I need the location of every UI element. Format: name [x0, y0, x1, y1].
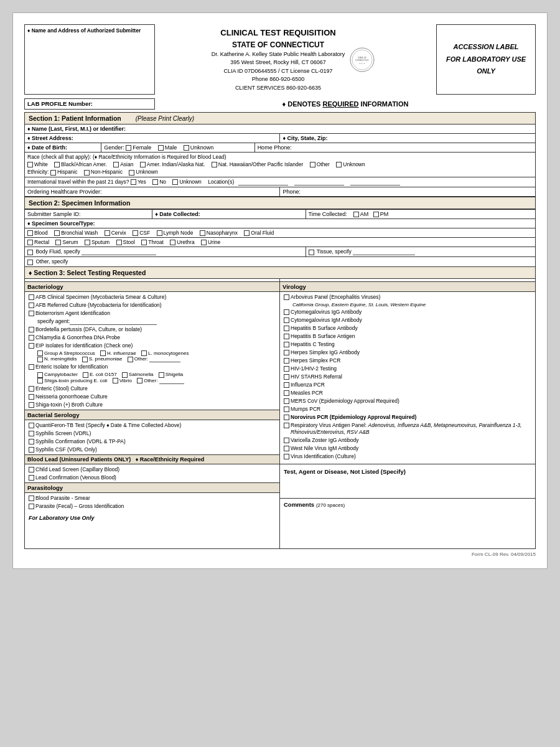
female-cb — [126, 145, 131, 151]
agent-field — [70, 318, 157, 325]
lab-line3: CLIA ID 07D0644555 / CT License CL-0197 — [212, 67, 345, 76]
cols-wrapper: Bacteriology AFB Clinical Specimen (Myco… — [25, 279, 535, 549]
neisseria: Neisseria gonorrhoeae Culture — [29, 393, 276, 400]
lab-line5: CLIENT SERVICES 860-920-6635 — [212, 84, 345, 93]
section3-wrapper: ♦ Section 3: Select Testing Requested Ba… — [24, 267, 536, 550]
svg-text:CONNECTICUT: CONNECTICUT — [355, 59, 369, 62]
body-fluid-cell: Body Fluid, specify — [25, 247, 306, 257]
herpes-pcr: Herpes Simplex PCR — [284, 357, 531, 364]
phone-cell: Phone: — [280, 187, 536, 196]
race-options: White Black/African Amer. Asian Amer. In… — [27, 161, 533, 167]
male-checkbox: Male — [158, 144, 177, 151]
enteric-culture: Enteric (Stool) Culture — [29, 385, 276, 392]
unknown-travel-cb: Unknown — [172, 179, 201, 185]
unknown-cb — [184, 145, 189, 151]
address-row: ♦ Street Address: ♦ City, State, Zip: — [25, 134, 536, 143]
lead-confirm: Lead Confirmation (Venous Blood) — [29, 474, 276, 481]
name-row: ♦ Name (Last, First, M.I.) or Identifier… — [25, 125, 536, 134]
lab-profile-row: LAB PROFILE Number: ♦ DENOTES REQUIRED I… — [24, 98, 536, 110]
other-cell: Other, specify — [25, 257, 536, 266]
bronchial-src: Bronchial Wash — [54, 230, 98, 236]
submitter-label: ♦ Name and Address of Authorized Submitt… — [27, 27, 141, 34]
mers-cov: MERS CoV (Epidemiology Approval Required… — [284, 398, 531, 405]
gender-cell: Gender: Female Male Unknown — [101, 143, 254, 153]
race-cell: Race (check all that apply): (♦ Race/Eth… — [25, 153, 536, 177]
influenza-pcr: Influenza PCR — [284, 382, 531, 388]
race-label: Race (check all that apply): (♦ Race/Eth… — [27, 154, 533, 160]
hep-b-ab: Hepatitis B Surface Antibody — [284, 325, 531, 332]
body-fluid-row: Body Fluid, specify Tissue, specify — [25, 247, 536, 257]
male-cb — [158, 145, 164, 151]
parasite-fecal: Parasite (Fecal) – Gross Identification — [29, 503, 276, 510]
naso-src: Nasopharynx — [200, 230, 238, 236]
shiga-ecoli: Shiga-toxin producing E. coli — [37, 378, 107, 383]
date-collected-cell: ♦ Date Collected: — [152, 209, 306, 218]
eip-isolates: EIP Isolates for Identification (Check o… — [29, 342, 276, 349]
afb-referred: AFB Referred Culture (Mycobacteria for I… — [29, 302, 276, 309]
stool-src: Stool — [116, 239, 135, 245]
syphilis-screen: Syphilis Screen (VDRL) — [29, 430, 276, 437]
white-cb-item: White — [27, 161, 48, 167]
west-nile: West Nile Virus IgM Antibody — [284, 445, 531, 452]
quantiferon: QuantiFeron-TB Test (Specify ♦ Date & Ti… — [29, 422, 276, 429]
norovirus-pcr: Norovirus PCR (Epidemiology Approval Req… — [284, 414, 531, 421]
test-agent-section: Test, Agent or Disease, Not Listed (Spec… — [280, 464, 535, 499]
submitter-address-box: ♦ Name and Address of Authorized Submitt… — [24, 24, 155, 95]
enteric-other: Other: — [137, 378, 184, 384]
svg-text:STATE OF: STATE OF — [358, 57, 366, 59]
enteric-isolate: Enteric Isolate for Identification — [29, 364, 276, 370]
unknown-race-cb-item: Unknown — [336, 161, 365, 167]
group-a-strep: Group A Streptococcus — [37, 350, 95, 356]
black-cb-item: Black/African Amer. — [54, 161, 107, 167]
rectal-src: Rectal — [27, 239, 49, 245]
s-pneumoniae: S. pneumoniae — [82, 356, 123, 362]
enteric-subitems: Campylobacter E. coli O157 Salmonella Sh… — [37, 372, 276, 383]
no-travel-cb: No — [152, 179, 166, 185]
shiga-broth: Shiga-toxin (+) Broth Culture — [29, 402, 276, 408]
urethra-src: Urethra — [170, 239, 194, 245]
location-field1 — [238, 179, 288, 186]
name-label: ♦ Name (Last, First, M.I.) or Identifier… — [25, 125, 536, 134]
dob-label: ♦ Date of Birth: — [25, 143, 101, 153]
source-label-cell: ♦ Specimen Source/Type: — [25, 218, 536, 228]
ordering-cell: Ordering Healthcare Provider: — [25, 187, 280, 196]
female-checkbox: Female — [126, 144, 151, 151]
blood-src: Blood — [27, 230, 48, 236]
am-cb — [353, 212, 359, 217]
race-row: Race (check all that apply): (♦ Race/Eth… — [25, 153, 536, 177]
yes-travel-cb: Yes — [131, 179, 146, 185]
street-label: ♦ Street Address: — [25, 134, 280, 143]
travel-cell: International travel within the past 21 … — [25, 177, 536, 187]
blood-lead-header: Blood Lead (Uninsured Patients ONLY) ♦ R… — [25, 454, 279, 464]
time-collected-cell: Time Collected: AM PM — [306, 209, 535, 218]
sources-row1: Blood Bronchial Wash Cervix CSF Lymph No… — [25, 228, 536, 237]
other-cb-item: Other — [310, 161, 330, 167]
accession-box: ACCESSION LABEL FOR LABORATORY USE ONLY — [436, 24, 536, 95]
arbovirus-sub: California Group, Eastern Equine, St. Lo… — [292, 302, 531, 308]
urine-src: Urine — [201, 239, 220, 245]
state-seal: STATE OF CONNECTICUT ★ ★ ★ — [350, 47, 375, 72]
section2-table: Submitter Sample ID: ♦ Date Collected: T… — [24, 209, 536, 267]
mumps-pcr: Mumps PCR — [284, 406, 531, 413]
non-hispanic-cb: Non-Hispanic — [84, 169, 123, 175]
comments-header: Comments (270 spaces) — [284, 501, 531, 508]
bacteriology-header: Bacteriology — [25, 281, 279, 292]
hispanic-cb: Hispanic — [50, 169, 78, 175]
syphilis-csf: Syphilis CSF (VDRL Only) — [29, 446, 276, 453]
lab-profile-label: LAB PROFILE Number: — [27, 100, 93, 107]
hep-c: Hepatitis C Testing — [284, 341, 531, 348]
form-title: CLINICAL TEST REQUISITION — [212, 27, 345, 39]
dob-row: ♦ Date of Birth: Gender: Female Male Unk… — [25, 143, 536, 153]
h-influenzae: H. influenzae — [100, 350, 136, 356]
hiv-starhs: HIV STARHS Referral — [284, 374, 531, 380]
lab-line2: 395 West Street, Rocky Hill, CT 06067 — [212, 59, 345, 67]
other-cb — [27, 260, 33, 265]
virology-header: Virology — [280, 281, 535, 292]
form-page: ♦ Name and Address of Authorized Submitt… — [12, 12, 548, 569]
hep-b-ag: Hepatitis B Surface Antigen — [284, 333, 531, 340]
csf-src: CSF — [133, 230, 150, 236]
section3-header: ♦ Section 3: Select Testing Requested — [25, 267, 535, 279]
form-number: Form CL-09 Rev. 04/09/2015 — [24, 552, 536, 557]
sources-cell2: Rectal Serum Sputum Stool Throat Urethra… — [25, 238, 536, 247]
nat-hawaiian-cb-item: Nat. Hawaiian/Other Pacific Islander — [212, 161, 304, 167]
